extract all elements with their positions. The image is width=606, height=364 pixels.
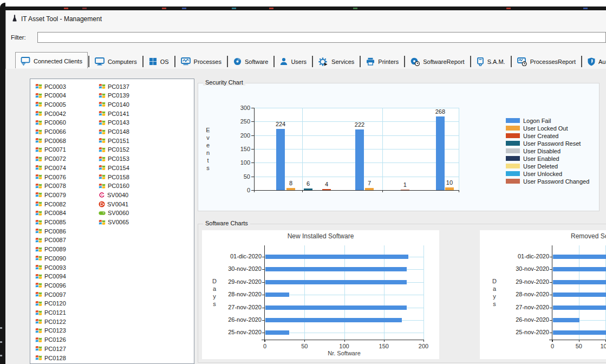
list-item-pc0004[interactable]: PC0004 xyxy=(35,92,66,100)
list-item-pc0082[interactable]: PC0082 xyxy=(35,200,66,208)
windows-flag-icon xyxy=(35,227,42,235)
legend-label: User Deleted xyxy=(523,163,558,170)
list-item-pc0126[interactable]: PC0126 xyxy=(35,336,66,344)
plot-area: 05010015020025030001-dic-202030-nov-2020… xyxy=(552,245,606,340)
client-list[interactable]: PC0003PC0004PC0005PC0042PC0060PC0066PC00… xyxy=(30,79,194,364)
list-item-pc0087[interactable]: PC0087 xyxy=(35,236,66,244)
bar-01-dic-2020 xyxy=(265,255,408,259)
list-item-pc0123[interactable]: PC0123 xyxy=(35,327,66,335)
list-item-pc0137[interactable]: PC0137 xyxy=(99,82,129,90)
client-name: PC0086 xyxy=(44,228,66,235)
tab-computers[interactable]: Computers xyxy=(90,55,142,68)
list-item-pc0042[interactable]: PC0042 xyxy=(35,109,66,118)
list-item-pc0143[interactable]: PC0143 xyxy=(99,119,129,127)
client-name: PC0122 xyxy=(44,318,66,325)
filter-input[interactable] xyxy=(37,32,606,43)
list-item-pc0158[interactable]: PC0158 xyxy=(99,173,129,181)
bar-28-nov-2020 xyxy=(553,292,606,297)
tab-softwarereport[interactable]: SoftwareReport xyxy=(406,55,469,68)
list-item-sv0040[interactable]: SV0040 xyxy=(99,191,128,199)
category-label: 29-nov-2020 xyxy=(506,278,549,285)
category-label: 30-nov-2020 xyxy=(506,265,549,272)
tab-processes[interactable]: Processes xyxy=(176,55,226,68)
bar-user-locked-out xyxy=(286,188,295,190)
x-tick-label: 0 xyxy=(254,343,276,349)
shield-icon xyxy=(588,57,595,66)
windows-flag-icon xyxy=(99,183,106,190)
list-item-pc0060[interactable]: PC0060 xyxy=(35,119,66,127)
list-item-pc0141[interactable]: PC0141 xyxy=(99,109,129,118)
bar-29-nov-2020 xyxy=(265,280,407,284)
tab-processesreport[interactable]: ProcessesReport xyxy=(512,55,581,68)
list-item-sv0041[interactable]: SV0041 xyxy=(99,200,128,208)
tab-os[interactable]: OS xyxy=(144,55,174,68)
client-name: PC0140 xyxy=(108,101,129,108)
list-item-pc0121[interactable]: PC0121 xyxy=(35,309,66,317)
list-item-pc0153[interactable]: PC0153 xyxy=(99,155,129,163)
legend-label: User Created xyxy=(523,133,558,139)
list-item-pc0068[interactable]: PC0068 xyxy=(35,136,66,145)
list-item-pc0139[interactable]: PC0139 xyxy=(99,92,129,100)
windows-flag-icon xyxy=(35,128,42,135)
software-charts-group: Software Charts New Installed SoftwareD … xyxy=(198,224,606,363)
tab-users[interactable]: Users xyxy=(275,55,311,68)
list-item-pc0154[interactable]: PC0154 xyxy=(99,164,129,172)
x-tick xyxy=(423,340,424,342)
list-item-pc0140[interactable]: PC0140 xyxy=(99,100,129,108)
list-item-pc0074[interactable]: PC0074 xyxy=(35,164,66,172)
list-item-pc0078[interactable]: PC0078 xyxy=(35,182,66,190)
windows-flag-icon xyxy=(35,219,42,226)
list-item-pc0128[interactable]: PC0128 xyxy=(35,354,66,362)
list-item-pc0160[interactable]: PC0160 xyxy=(99,182,129,190)
windows-flag-icon xyxy=(35,155,42,162)
y-tick-label: 50 xyxy=(232,173,250,180)
backdrop-speck xyxy=(64,8,68,9)
list-item-pc0071[interactable]: PC0071 xyxy=(35,146,66,154)
client-name: PC0154 xyxy=(108,165,129,171)
client-name: PC0127 xyxy=(44,346,66,352)
list-item-pc0096[interactable]: PC0096 xyxy=(35,281,66,289)
windows-flag-icon xyxy=(35,92,42,99)
client-name: SV0065 xyxy=(108,219,129,225)
list-item-pc0148[interactable]: PC0148 xyxy=(99,128,129,136)
list-item-sv0060[interactable]: SV0060 xyxy=(99,209,129,217)
list-item-pc0090[interactable]: PC0090 xyxy=(35,254,66,262)
list-item-pc0122[interactable]: PC0122 xyxy=(35,317,66,326)
list-item-pc0093[interactable]: PC0093 xyxy=(35,263,66,271)
tab-s-a-m-[interactable]: S.A.M. xyxy=(472,55,510,68)
list-item-pc0120[interactable]: PC0120 xyxy=(35,300,66,308)
list-item-pc0005[interactable]: PC0005 xyxy=(35,100,66,108)
y-tick-label: 100 xyxy=(232,159,250,166)
list-item-pc0003[interactable]: PC0003 xyxy=(35,82,66,90)
list-item-pc0086[interactable]: PC0086 xyxy=(35,227,66,235)
tab-printers[interactable]: Printers xyxy=(361,55,403,68)
legend-entry: User Unlocked xyxy=(506,171,562,177)
tab-software[interactable]: Software xyxy=(229,55,273,68)
list-item-pc0079[interactable]: PC0079 xyxy=(35,191,66,199)
tab-audit[interactable]: Audit xyxy=(583,55,606,68)
list-item-pc0072[interactable]: PC0072 xyxy=(35,155,66,163)
client-name: PC0120 xyxy=(44,300,66,307)
tab-services[interactable]: Services xyxy=(314,55,359,68)
list-item-pc0066[interactable]: PC0066 xyxy=(35,128,66,136)
list-item-pc0151[interactable]: PC0151 xyxy=(99,136,129,145)
chart-panel-new-installed: New Installed SoftwareD a y s05010015020… xyxy=(202,230,439,359)
list-item-pc0127[interactable]: PC0127 xyxy=(35,344,66,353)
windows-flag-icon xyxy=(99,92,106,99)
list-item-pc0076[interactable]: PC0076 xyxy=(35,173,66,181)
list-item-pc0094[interactable]: PC0094 xyxy=(35,272,66,281)
list-item-pc0097[interactable]: PC0097 xyxy=(35,290,66,298)
list-item-sv0065[interactable]: SV0065 xyxy=(99,218,129,226)
tab-connected-clients[interactable]: Connected Clients xyxy=(15,52,88,68)
list-item-pc0089[interactable]: PC0089 xyxy=(35,245,66,253)
list-item-pc0084[interactable]: PC0084 xyxy=(35,209,66,217)
monitor-clock-icon xyxy=(517,57,527,66)
y-tick-label: 150 xyxy=(232,146,250,152)
category-label: 01-dic-2020 xyxy=(218,253,262,259)
windows-flag-icon xyxy=(35,282,42,289)
legend-label: User Locked Out xyxy=(523,125,568,132)
windows-flag-icon xyxy=(99,173,106,180)
list-item-pc0152[interactable]: PC0152 xyxy=(99,146,129,154)
windows-flag-icon xyxy=(35,264,42,271)
list-item-pc0085[interactable]: PC0085 xyxy=(35,218,66,226)
